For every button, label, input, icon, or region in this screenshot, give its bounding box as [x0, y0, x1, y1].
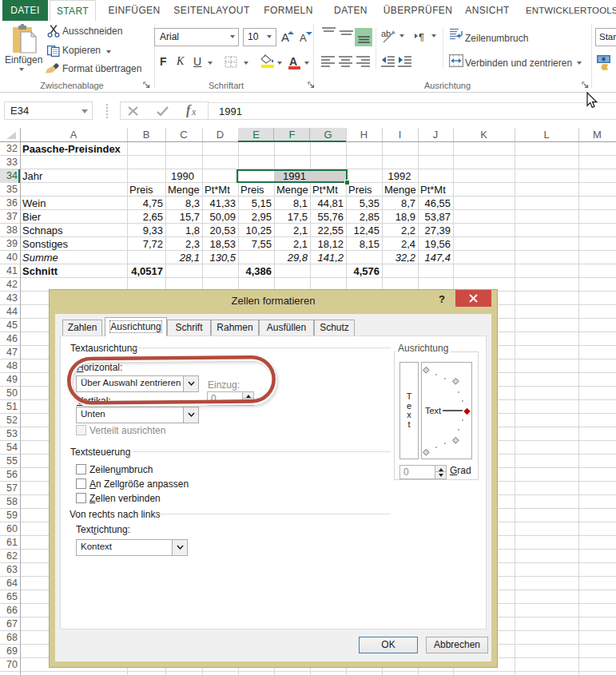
svg-text:¶: ¶ [419, 31, 424, 42]
svg-text:Text: Text [425, 406, 441, 415]
